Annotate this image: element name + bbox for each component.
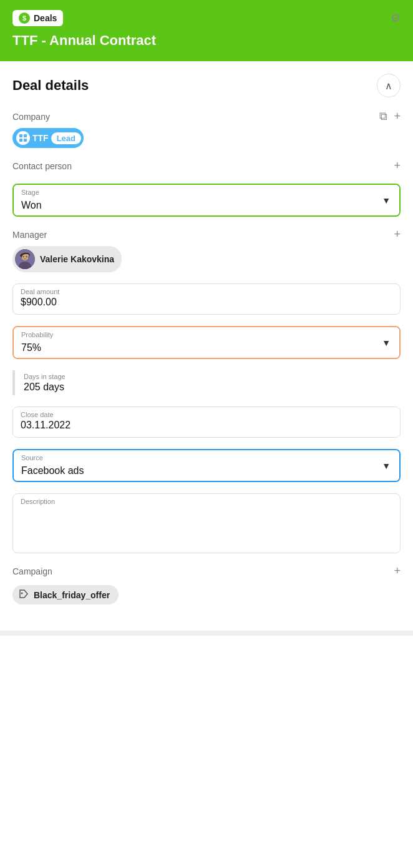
days-in-stage-box: Days in stage 205 days [12, 370, 401, 395]
company-tag-name: TTF [32, 133, 49, 143]
avatar [15, 249, 35, 269]
days-in-stage-label: Days in stage [24, 373, 401, 380]
svg-rect-3 [24, 139, 27, 142]
campaign-label-row: Campaign + [12, 565, 401, 578]
close-date-label: Close date [21, 411, 392, 418]
add-icon: + [394, 228, 401, 241]
company-field-row: Company ⧉ + [12, 110, 401, 148]
probability-label: Probability [21, 331, 53, 338]
close-date-box[interactable]: Close date 03.11.2022 [12, 407, 401, 438]
days-in-stage-field-row: Days in stage 205 days [12, 370, 401, 395]
company-tag[interactable]: TTF Lead [12, 128, 84, 148]
manager-label: Manager [12, 230, 47, 240]
svg-rect-2 [19, 139, 22, 142]
contact-person-field-row: Contact person + [12, 159, 401, 172]
collapse-button[interactable]: ∧ [377, 74, 401, 97]
add-icon: + [394, 110, 401, 123]
svg-rect-1 [24, 134, 27, 137]
company-label-row: Company ⧉ + [12, 110, 401, 123]
campaign-tag-name: Black_friday_offer [34, 590, 110, 600]
source-select[interactable]: Facebook adsGoogle adsReferralOrganic [14, 450, 399, 481]
company-add-button[interactable]: + [394, 110, 401, 123]
deal-amount-value: $900.00 [21, 297, 57, 307]
add-icon: + [394, 159, 401, 172]
source-select-wrapper: Source Facebook adsGoogle adsReferralOrg… [12, 449, 401, 482]
description-wrapper: Description [12, 493, 401, 553]
manager-name: Valerie Kakovkina [40, 254, 114, 264]
deal-amount-label: Deal amount [21, 288, 392, 295]
close-date-field-row: Close date 03.11.2022 [12, 407, 401, 438]
svg-point-9 [26, 256, 27, 257]
campaign-tag[interactable]: Black_friday_offer [12, 585, 119, 604]
company-action-icons: ⧉ + [379, 110, 401, 123]
deal-amount-field-row: Deal amount $900.00 [12, 284, 401, 315]
probability-select-wrapper: Probability 75%50%25%100% ▼ [12, 326, 401, 359]
settings-button[interactable]: ⚙ [391, 11, 401, 25]
deals-dollar-icon: $ [19, 12, 30, 24]
app-container: $ Deals ⚙ TTF - Annual Contract Deal det… [0, 0, 413, 868]
stage-select[interactable]: WonLostNewIn Progress [14, 185, 399, 215]
stage-select-wrapper: Stage WonLostNewIn Progress ▼ [12, 184, 401, 217]
lead-badge: Lead [51, 132, 81, 144]
campaign-label: Campaign [12, 566, 52, 576]
gear-icon: ⚙ [391, 11, 401, 25]
section-divider [0, 631, 413, 636]
section-header: Deal details ∧ [12, 74, 401, 97]
campaign-tag-icon [19, 589, 29, 601]
description-field-row: Description [12, 493, 401, 553]
probability-field-row: Probability 75%50%25%100% ▼ [12, 326, 401, 359]
close-date-value: 03.11.2022 [21, 420, 70, 430]
probability-select[interactable]: 75%50%25%100% [14, 327, 399, 358]
contact-add-button[interactable]: + [394, 159, 401, 172]
days-in-stage-value: 205 days [24, 382, 64, 392]
company-label: Company [12, 112, 50, 122]
description-label: Description [21, 498, 55, 505]
manager-add-button[interactable]: + [394, 228, 401, 241]
manager-label-row: Manager + [12, 228, 401, 241]
header: $ Deals ⚙ TTF - Annual Contract [0, 0, 413, 61]
description-textarea[interactable] [13, 494, 400, 550]
source-field-row: Source Facebook adsGoogle adsReferralOrg… [12, 449, 401, 482]
contact-person-label: Contact person [12, 161, 72, 171]
source-label: Source [21, 454, 43, 461]
deal-details-section: Deal details ∧ Company ⧉ + [0, 61, 413, 631]
header-top: $ Deals ⚙ [12, 10, 401, 26]
manager-field-row: Manager + [12, 228, 401, 272]
deals-badge-label: Deals [34, 13, 57, 23]
stage-label: Stage [21, 189, 39, 196]
deal-amount-box[interactable]: Deal amount $900.00 [12, 284, 401, 315]
campaign-add-button[interactable]: + [394, 565, 401, 578]
external-link-icon: ⧉ [379, 110, 387, 123]
svg-point-10 [21, 593, 23, 594]
deals-badge[interactable]: $ Deals [12, 10, 63, 26]
stage-field-row: Stage WonLostNewIn Progress ▼ [12, 184, 401, 217]
campaign-field-row: Campaign + Black_friday_offer [12, 565, 401, 604]
chevron-up-icon: ∧ [385, 80, 392, 92]
company-tag-icon [16, 131, 30, 145]
manager-tag[interactable]: Valerie Kakovkina [12, 246, 122, 272]
add-icon: + [394, 565, 401, 578]
contact-label-row: Contact person + [12, 159, 401, 172]
svg-point-8 [23, 256, 24, 257]
section-title: Deal details [12, 77, 89, 94]
svg-rect-0 [19, 134, 22, 137]
deal-title: TTF - Annual Contract [12, 32, 401, 49]
company-external-link-button[interactable]: ⧉ [379, 110, 387, 123]
